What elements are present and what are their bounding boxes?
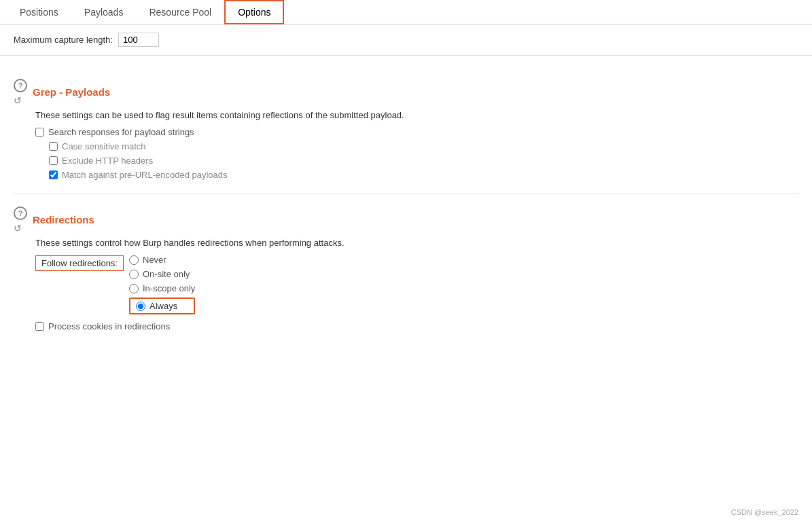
section-divider — [14, 194, 798, 194]
capture-length-row: Maximum capture length: — [0, 24, 812, 56]
radio-always-label: Always — [149, 301, 177, 311]
redirections-header: ? ↺ Redirections — [14, 205, 798, 234]
radio-always[interactable] — [136, 302, 145, 311]
capture-input[interactable] — [118, 33, 159, 47]
grep-payloads-header: ? ↺ Grep - Payloads — [14, 77, 798, 106]
radio-onsite[interactable] — [129, 270, 139, 279]
search-responses-label: Search responses for payload strings — [48, 127, 194, 137]
grep-payloads-options: Search responses for payload strings Cas… — [35, 127, 798, 180]
capture-label: Maximum capture length: — [14, 35, 113, 45]
radio-always-row: Always — [129, 297, 195, 314]
redirections-section: ? ↺ Redirections These settings control … — [14, 205, 798, 331]
radio-inscope-row: In-scope only — [129, 283, 195, 293]
radio-onsite-label: On-site only — [143, 269, 190, 279]
main-content: ? ↺ Grep - Payloads These settings can b… — [0, 67, 812, 356]
search-responses-row: Search responses for payload strings — [35, 127, 798, 137]
radio-onsite-row: On-site only — [129, 269, 195, 279]
follow-redirections-row: Follow redirections: Never On-site only — [35, 255, 798, 314]
exclude-http-checkbox[interactable] — [49, 156, 58, 165]
exclude-http-label: Exclude HTTP headers — [62, 156, 153, 166]
match-pre-url-row: Match against pre-URL-encoded payloads — [49, 170, 798, 180]
exclude-http-row: Exclude HTTP headers — [49, 156, 798, 166]
tab-payloads[interactable]: Payloads — [71, 1, 137, 24]
grep-payloads-desc: These settings can be used to flag resul… — [35, 110, 798, 120]
redirections-body: Follow redirections: Never On-site only — [35, 255, 798, 331]
grep-payloads-section: ? ↺ Grep - Payloads These settings can b… — [14, 77, 798, 180]
radio-never-row: Never — [129, 255, 195, 265]
tab-bar: Positions Payloads Resource Pool Options — [0, 0, 812, 24]
radio-never[interactable] — [129, 255, 139, 265]
radio-never-label: Never — [143, 255, 166, 265]
process-cookies-label: Process cookies in redirections — [48, 321, 170, 331]
tab-options[interactable]: Options — [224, 0, 284, 24]
process-cookies-checkbox[interactable] — [35, 322, 44, 331]
refresh-icon-grep[interactable]: ↺ — [14, 95, 27, 106]
tab-resource-pool[interactable]: Resource Pool — [136, 1, 224, 24]
follow-redirections-label: Follow redirections: — [35, 255, 124, 271]
grep-payloads-title: Grep - Payloads — [33, 86, 110, 98]
redirections-title: Redirections — [33, 214, 94, 226]
redirections-desc: These settings control how Burp handles … — [35, 238, 798, 248]
radio-inscope-label: In-scope only — [143, 283, 195, 293]
search-responses-checkbox[interactable] — [35, 128, 44, 137]
case-sensitive-row: Case sensitive match — [49, 141, 798, 151]
tab-positions[interactable]: Positions — [7, 1, 71, 24]
help-icon-redirections[interactable]: ? — [14, 206, 27, 220]
match-pre-url-checkbox[interactable] — [49, 170, 58, 179]
match-pre-url-label: Match against pre-URL-encoded payloads — [62, 170, 228, 180]
case-sensitive-checkbox[interactable] — [49, 142, 58, 151]
refresh-icon-redirections[interactable]: ↺ — [14, 223, 27, 234]
help-icon-grep[interactable]: ? — [14, 79, 27, 92]
case-sensitive-label: Case sensitive match — [62, 141, 146, 151]
radio-options: Never On-site only In-scope only — [129, 255, 195, 314]
process-cookies-row: Process cookies in redirections — [35, 321, 798, 331]
radio-inscope[interactable] — [129, 284, 139, 293]
